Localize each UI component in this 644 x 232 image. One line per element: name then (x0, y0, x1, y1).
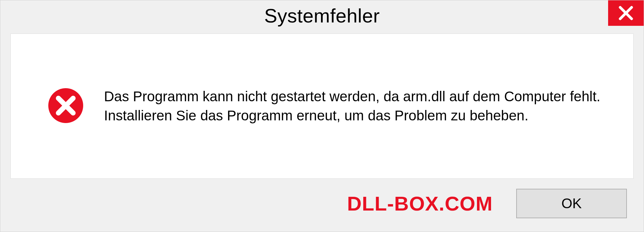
error-dialog: Systemfehler Das Programm kann nicht ges… (0, 0, 644, 232)
close-icon (618, 5, 634, 21)
close-button[interactable] (608, 0, 644, 26)
error-icon-wrap (48, 88, 84, 125)
dialog-title: Systemfehler (264, 4, 380, 27)
error-message: Das Programm kann nicht gestartet werden… (104, 87, 606, 125)
content-area: Das Programm kann nicht gestartet werden… (10, 34, 634, 179)
watermark-text: DLL-BOX.COM (347, 192, 493, 215)
error-icon (48, 88, 84, 124)
ok-button[interactable]: OK (516, 189, 627, 218)
titlebar: Systemfehler (0, 0, 644, 34)
footer: DLL-BOX.COM OK (0, 189, 644, 232)
